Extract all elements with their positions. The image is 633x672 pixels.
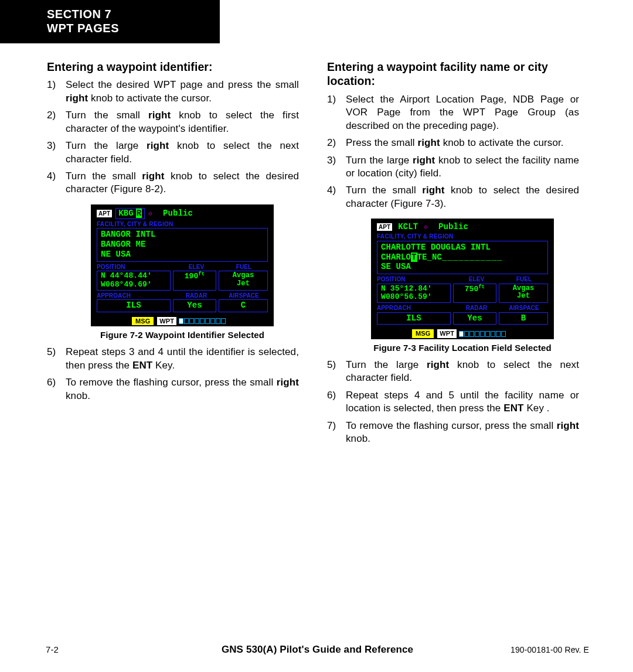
gps-screen-1: APT KBGR ☼ Public FACILITY, CITY & REGIO… [91, 204, 274, 327]
airspace-cell: C [219, 299, 268, 312]
public-label: Public [163, 209, 193, 218]
page-footer: 7-2 GNS 530(A) Pilot's Guide and Referen… [0, 644, 633, 656]
ident-field: KBGR [115, 208, 145, 219]
page-boxes-icon [459, 331, 506, 337]
figure-7-2-caption: Figure 7-2 Waypoint Identifier Selected [66, 330, 299, 340]
wpt-indicator: WPT [437, 329, 457, 338]
elev-cell: 190ft [173, 271, 216, 291]
right-heading: Entering a waypoint facility name or cit… [327, 60, 579, 88]
page-content: Entering a waypoint identifier: 1)Select… [0, 43, 633, 449]
facility-section-label: FACILITY, CITY & REGION [377, 233, 548, 240]
facility-section-label: FACILITY, CITY & REGION [97, 221, 268, 228]
fuel-cell: AvgasJet [499, 284, 548, 303]
symbol-icon: ☼ [148, 210, 152, 217]
wpt-indicator: WPT [157, 317, 176, 326]
position-cell: N 35°12.84'W080°56.59' [377, 284, 451, 303]
left-steps: 1)Select the desired WPT page and press … [47, 79, 299, 196]
status-bar: MSG WPT [97, 317, 268, 326]
section-header: SECTION 7 WPT PAGES [0, 0, 220, 43]
figure-7-2: APT KBGR ☼ Public FACILITY, CITY & REGIO… [66, 204, 299, 340]
doc-title: GNS 530(A) Pilot's Guide and Reference [169, 644, 466, 656]
msg-indicator: MSG [132, 317, 154, 326]
figure-7-3: APT KCLT ☼ Public FACILITY, CITY & REGIO… [346, 219, 579, 353]
ident-field: KCLT [396, 222, 420, 231]
symbol-icon: ☼ [424, 223, 428, 231]
left-steps-cont: 5)Repeat steps 3 and 4 until the identif… [47, 346, 299, 402]
airspace-cell: B [499, 312, 548, 325]
section-line1: SECTION 7 [47, 7, 220, 21]
position-cell: N 44°48.44'W068°49.69' [97, 271, 171, 291]
facility-box: BANGOR INTL BANGOR ME NE USA [97, 228, 268, 261]
approach-cell: ILS [377, 312, 451, 325]
public-label: Public [438, 222, 468, 231]
fuel-cell: AvgasJet [219, 271, 268, 291]
apt-label: APT [97, 210, 112, 218]
msg-indicator: MSG [412, 329, 434, 338]
doc-revision: 190-00181-00 Rev. E [466, 645, 589, 654]
page-number: 7-2 [46, 644, 169, 654]
radar-cell: Yes [173, 299, 216, 312]
status-bar: MSG WPT [377, 329, 548, 338]
approach-cell: ILS [97, 299, 171, 312]
gps-screen-2: APT KCLT ☼ Public FACILITY, CITY & REGIO… [371, 219, 554, 339]
apt-label: APT [377, 223, 392, 231]
facility-box: CHARLOTTE DOUGLAS INTL CHARLOTTE_NC_____… [377, 241, 548, 274]
right-steps-cont: 5)Turn the large right knob to select th… [327, 359, 579, 446]
elev-cell: 750ft [453, 284, 496, 303]
left-heading: Entering a waypoint identifier: [47, 60, 299, 74]
section-line2: WPT PAGES [47, 21, 220, 35]
figure-7-3-caption: Figure 7-3 Facility Location Field Selec… [346, 343, 579, 353]
right-column: Entering a waypoint facility name or cit… [327, 60, 579, 449]
radar-cell: Yes [453, 312, 496, 325]
left-column: Entering a waypoint identifier: 1)Select… [47, 60, 299, 449]
page-boxes-icon [179, 318, 226, 324]
right-steps: 1)Select the Airport Location Page, NDB … [327, 93, 579, 211]
